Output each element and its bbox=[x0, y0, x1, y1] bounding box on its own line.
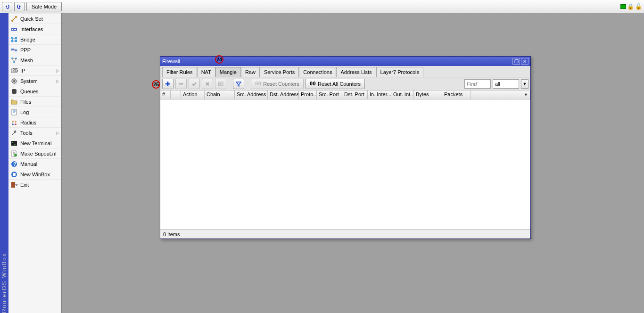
tab-layer7-protocols[interactable]: Layer7 Protocols bbox=[376, 67, 424, 77]
add-button[interactable] bbox=[162, 79, 173, 89]
sidebar-item-label: Log bbox=[20, 109, 29, 115]
chevron-right-icon: ▷ bbox=[56, 79, 59, 83]
sidebar-item-exit[interactable]: Exit bbox=[8, 179, 61, 189]
svg-rect-29 bbox=[11, 182, 15, 188]
filter-chain-value: all bbox=[495, 81, 500, 87]
tab-nat[interactable]: NAT bbox=[197, 67, 215, 77]
window-restore-button[interactable]: ❐ bbox=[512, 58, 520, 65]
column-header[interactable]: Src. Address bbox=[235, 91, 268, 99]
redo-button[interactable] bbox=[14, 2, 25, 11]
window-close-button[interactable]: ✕ bbox=[521, 58, 528, 65]
reset-all-counters-label: Reset All Counters bbox=[318, 81, 361, 87]
column-header[interactable]: Dst. Port bbox=[342, 91, 368, 99]
tab-address-lists[interactable]: Address Lists bbox=[336, 67, 376, 77]
callout-25: 25 bbox=[152, 80, 160, 89]
filter-button[interactable] bbox=[233, 79, 244, 89]
funnel-icon bbox=[235, 81, 242, 87]
item-count: 0 items bbox=[163, 231, 180, 237]
sidebar-item-mesh[interactable]: Mesh bbox=[8, 55, 61, 65]
column-header[interactable]: Packets bbox=[442, 91, 471, 99]
sidebar-item-radius[interactable]: Radius bbox=[8, 117, 61, 127]
reset-counters-button[interactable]: 00 Reset Counters bbox=[251, 79, 304, 89]
filter-chain-select[interactable]: all bbox=[493, 79, 519, 89]
terminal-icon bbox=[10, 140, 18, 147]
reset-counters-label: Reset Counters bbox=[263, 81, 299, 87]
tab-raw[interactable]: Raw bbox=[241, 67, 260, 77]
plus-icon bbox=[165, 81, 171, 87]
sidebar-item-tools[interactable]: Tools▷ bbox=[8, 127, 61, 138]
sidebar-item-label: Interfaces bbox=[20, 26, 43, 32]
sidebar: Quick SetInterfacesBridgePPPMesh255IP▷Sy… bbox=[8, 13, 62, 313]
svg-rect-28 bbox=[13, 173, 16, 176]
sidebar-item-ppp[interactable]: PPP bbox=[8, 44, 61, 55]
column-header[interactable]: Proto... bbox=[299, 91, 317, 99]
remove-button[interactable] bbox=[175, 79, 187, 89]
column-header[interactable]: Bytes bbox=[414, 91, 442, 99]
column-header[interactable]: Action bbox=[181, 91, 205, 99]
sidebar-item-files[interactable]: Files bbox=[8, 96, 61, 107]
svg-rect-9 bbox=[11, 49, 14, 50]
column-header[interactable]: Out. Int... bbox=[391, 91, 414, 99]
tab-filter-rules[interactable]: Filter Rules bbox=[162, 67, 197, 77]
sidebar-item-bridge[interactable]: Bridge bbox=[8, 34, 61, 44]
sidebar-item-label: New Terminal bbox=[20, 140, 51, 146]
column-header[interactable]: Chain bbox=[205, 91, 235, 99]
svg-point-24 bbox=[14, 154, 17, 156]
sidebar-item-label: Radius bbox=[20, 120, 36, 125]
grid-body[interactable] bbox=[160, 99, 530, 229]
sidebar-item-label: Bridge bbox=[20, 37, 35, 42]
chevron-down-icon: ▼ bbox=[524, 92, 528, 97]
redo-icon bbox=[16, 4, 23, 9]
svg-rect-3 bbox=[14, 29, 15, 30]
column-header[interactable] bbox=[171, 91, 181, 99]
sidebar-item-interfaces[interactable]: Interfaces bbox=[8, 24, 61, 34]
enable-button[interactable] bbox=[189, 79, 200, 89]
sidebar-item-ip[interactable]: 255IP▷ bbox=[8, 65, 61, 75]
sidebar-item-label: PPP bbox=[20, 47, 31, 53]
grid-header: #ActionChainSrc. AddressDst. AddressProt… bbox=[160, 91, 530, 99]
sidebar-item-new-winbox[interactable]: New WinBox bbox=[8, 169, 61, 179]
svg-rect-30 bbox=[218, 82, 223, 86]
app-title: RouterOS WinBox bbox=[1, 249, 8, 313]
window-title: Firewall bbox=[162, 58, 180, 64]
reset-all-counters-button[interactable]: 00 Reset All Counters bbox=[305, 79, 365, 89]
filter-chain-dropdown-button[interactable]: ▼ bbox=[521, 79, 528, 89]
column-menu-button[interactable]: ▼ bbox=[522, 91, 530, 99]
lock-open-icon: 🔓 bbox=[635, 3, 642, 10]
comment-button[interactable] bbox=[215, 79, 226, 89]
sidebar-item-manual[interactable]: ?Manual bbox=[8, 158, 61, 169]
window-titlebar[interactable]: Firewall ❐ ✕ bbox=[160, 57, 530, 66]
undo-button[interactable] bbox=[2, 2, 12, 11]
safe-mode-label: Safe Mode bbox=[32, 4, 57, 9]
sidebar-item-new-terminal[interactable]: New Terminal bbox=[8, 138, 61, 148]
tab-connections[interactable]: Connections bbox=[299, 67, 336, 77]
sidebar-item-queues[interactable]: Queues bbox=[8, 86, 61, 96]
sidebar-item-label: Exit bbox=[20, 182, 29, 188]
quickset-icon bbox=[10, 15, 18, 23]
lock-closed-icon: 🔒 bbox=[627, 3, 634, 10]
radius-icon bbox=[10, 119, 18, 126]
find-input[interactable] bbox=[464, 79, 491, 89]
sidebar-item-make-supout-rif[interactable]: Make Supout.rif bbox=[8, 148, 61, 158]
topbar-right: 🔒 🔓 bbox=[620, 3, 642, 10]
tab-mangle[interactable]: Mangle bbox=[215, 67, 241, 77]
svg-point-20 bbox=[12, 121, 14, 123]
sidebar-item-label: Quick Set bbox=[20, 16, 43, 22]
sidebar-item-system[interactable]: System▷ bbox=[8, 75, 61, 86]
column-header[interactable]: In. Inter... bbox=[368, 91, 391, 99]
undo-icon bbox=[4, 4, 10, 9]
column-header[interactable]: # bbox=[160, 91, 171, 99]
top-toolbar: Safe Mode 🔒 🔓 bbox=[0, 0, 644, 13]
safe-mode-button[interactable]: Safe Mode bbox=[26, 2, 62, 11]
sidebar-item-quick-set[interactable]: Quick Set bbox=[8, 13, 61, 24]
disable-button[interactable] bbox=[202, 79, 213, 89]
status-bar: 0 items bbox=[160, 229, 530, 239]
files-icon bbox=[10, 98, 18, 106]
column-header[interactable]: Dst. Address bbox=[268, 91, 299, 99]
system-icon bbox=[10, 77, 18, 85]
svg-point-0 bbox=[11, 20, 13, 22]
sidebar-item-log[interactable]: Log bbox=[8, 107, 61, 117]
check-icon bbox=[191, 81, 198, 87]
column-header[interactable]: Src. Port bbox=[317, 91, 342, 99]
tab-service-ports[interactable]: Service Ports bbox=[260, 67, 299, 77]
